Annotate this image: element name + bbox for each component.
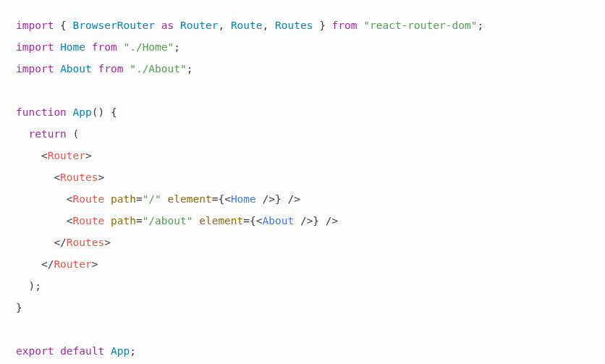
code-token: About <box>60 63 92 75</box>
code-token: export <box>16 345 54 357</box>
code-token <box>155 20 161 31</box>
code-token: function <box>16 106 67 118</box>
code-line: import { BrowserRouter as Router, Route,… <box>16 14 589 36</box>
code-token: App <box>111 345 130 357</box>
code-token: </ <box>16 258 54 270</box>
code-line: </Router> <box>16 253 589 275</box>
code-token: "./About" <box>130 63 187 75</box>
code-token: Route <box>73 193 105 205</box>
code-token <box>358 20 364 31</box>
code-token <box>54 41 60 53</box>
code-token: import <box>16 63 54 75</box>
code-token: } <box>313 20 331 31</box>
code-line: </Routes> <box>16 232 589 253</box>
code-token: < <box>16 193 73 205</box>
code-token: < <box>16 172 60 183</box>
code-token: App <box>73 106 92 118</box>
code-line: function App() { <box>16 101 589 123</box>
code-token: "react-router-dom" <box>363 20 477 31</box>
code-token: from <box>332 20 358 31</box>
code-token <box>85 41 92 53</box>
code-line: <Router> <box>16 145 589 166</box>
code-token: Routes <box>60 172 98 183</box>
code-token <box>123 63 130 75</box>
code-token: Routes <box>67 237 104 248</box>
code-token: Route <box>73 215 105 227</box>
code-token: Routes <box>275 20 313 31</box>
code-token: ; <box>187 63 193 75</box>
code-token: Router <box>180 20 218 31</box>
code-token: import <box>16 20 54 31</box>
code-token: path <box>111 215 136 227</box>
code-token <box>104 193 111 205</box>
code-token: < <box>16 215 73 227</box>
code-token <box>54 63 60 75</box>
code-token: from <box>98 63 124 75</box>
code-line: ); <box>16 275 589 297</box>
code-token: ; <box>174 41 180 53</box>
code-token: element <box>199 215 243 227</box>
code-line: import About from "./About"; <box>16 58 589 80</box>
code-token: from <box>92 41 117 53</box>
code-token: = <box>136 193 143 205</box>
code-token <box>67 106 73 118</box>
code-token: "/about" <box>143 215 193 227</box>
code-token: ); <box>16 280 41 292</box>
code-token: About <box>263 215 295 227</box>
code-token: as <box>161 20 174 31</box>
code-token: , <box>218 20 230 31</box>
code-token <box>92 63 98 75</box>
code-line: return ( <box>16 123 589 145</box>
code-token: element <box>168 193 212 205</box>
code-token: > <box>92 258 98 270</box>
code-token: { <box>54 20 72 31</box>
code-line <box>16 318 589 340</box>
code-token: />} /> <box>256 193 300 205</box>
code-token <box>174 20 180 31</box>
code-line: <Routes> <box>16 166 589 188</box>
code-token <box>16 128 28 140</box>
code-token <box>16 323 22 335</box>
code-line: <Route path="/about" element={<About />}… <box>16 210 589 232</box>
code-token: () { <box>92 106 117 118</box>
code-token: Home <box>60 41 85 53</box>
code-line <box>16 80 589 101</box>
code-token: < <box>16 150 48 161</box>
code-token <box>104 215 111 227</box>
code-token: "/" <box>143 193 161 205</box>
code-token <box>54 345 60 357</box>
code-token: ; <box>477 20 483 31</box>
code-token: = <box>136 215 143 227</box>
code-token: ={< <box>243 215 262 227</box>
code-line: import Home from "./Home"; <box>16 36 589 58</box>
code-token: Router <box>48 150 85 161</box>
code-token: Router <box>54 258 91 270</box>
code-token: </ <box>16 237 67 248</box>
code-token: Home <box>231 193 256 205</box>
code-token: BrowserRouter <box>73 20 156 31</box>
code-token <box>161 193 168 205</box>
code-block: import { BrowserRouter as Router, Route,… <box>16 14 589 362</box>
code-token: return <box>28 128 66 140</box>
code-token: />} /> <box>294 215 338 227</box>
code-token: default <box>60 345 104 357</box>
code-token: , <box>263 20 275 31</box>
code-line: } <box>16 297 589 318</box>
code-token: > <box>85 150 92 161</box>
code-token: ( <box>67 128 79 140</box>
code-token <box>104 345 111 357</box>
code-token: "./Home" <box>123 41 174 53</box>
code-token: > <box>98 172 105 183</box>
code-token: > <box>104 237 111 248</box>
code-token <box>16 85 22 96</box>
code-token <box>192 215 199 227</box>
code-token: import <box>16 41 54 53</box>
code-token: ={< <box>212 193 231 205</box>
code-line: export default App; <box>16 340 589 362</box>
code-line: <Route path="/" element={<Home />} /> <box>16 188 589 210</box>
code-token: Route <box>231 20 263 31</box>
code-token: } <box>16 302 22 313</box>
code-token: ; <box>130 345 136 357</box>
code-token: path <box>111 193 136 205</box>
